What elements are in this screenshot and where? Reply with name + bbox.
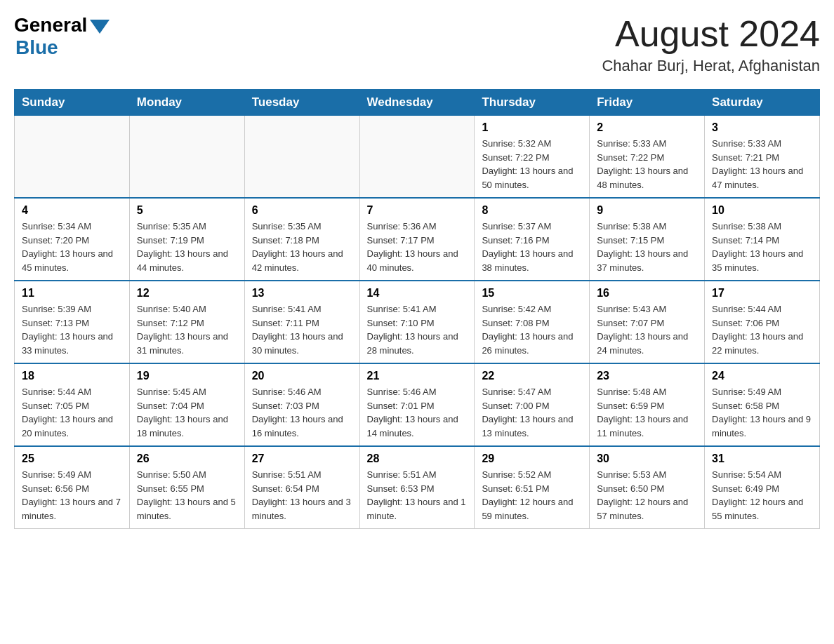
calendar-table: SundayMondayTuesdayWednesdayThursdayFrid… (14, 89, 820, 529)
title-section: August 2024 Chahar Burj, Herat, Afghanis… (602, 14, 820, 75)
calendar-day-cell: 8Sunrise: 5:37 AMSunset: 7:16 PMDaylight… (475, 198, 590, 281)
calendar-day-cell: 2Sunrise: 5:33 AMSunset: 7:22 PMDaylight… (590, 116, 705, 199)
day-info: Sunrise: 5:50 AMSunset: 6:55 PMDaylight:… (137, 468, 237, 523)
calendar-week-row: 11Sunrise: 5:39 AMSunset: 7:13 PMDayligh… (15, 281, 820, 363)
logo-general-text: General (14, 14, 87, 36)
calendar-day-cell: 28Sunrise: 5:51 AMSunset: 6:53 PMDayligh… (359, 446, 475, 529)
calendar-day-cell: 3Sunrise: 5:33 AMSunset: 7:21 PMDaylight… (705, 116, 820, 199)
location-subtitle: Chahar Burj, Herat, Afghanistan (602, 57, 820, 75)
day-number: 20 (252, 370, 352, 382)
day-info: Sunrise: 5:49 AMSunset: 6:56 PMDaylight:… (22, 468, 122, 523)
calendar-day-cell: 10Sunrise: 5:38 AMSunset: 7:14 PMDayligh… (705, 198, 820, 281)
calendar-header-row: SundayMondayTuesdayWednesdayThursdayFrid… (15, 90, 820, 116)
day-number: 2 (597, 121, 697, 134)
day-info: Sunrise: 5:44 AMSunset: 7:05 PMDaylight:… (22, 385, 122, 440)
calendar-day-cell: 5Sunrise: 5:35 AMSunset: 7:19 PMDaylight… (129, 198, 244, 281)
logo-blue-text: Blue (15, 36, 58, 59)
day-number: 17 (712, 287, 812, 300)
day-number: 26 (137, 452, 237, 465)
day-number: 23 (597, 370, 697, 382)
day-info: Sunrise: 5:45 AMSunset: 7:04 PMDaylight:… (137, 385, 237, 440)
logo-arrow-icon (90, 20, 110, 34)
calendar-day-cell: 26Sunrise: 5:50 AMSunset: 6:55 PMDayligh… (129, 446, 244, 529)
calendar-day-cell: 27Sunrise: 5:51 AMSunset: 6:54 PMDayligh… (244, 446, 359, 529)
day-number: 4 (22, 204, 122, 217)
calendar-day-cell: 13Sunrise: 5:41 AMSunset: 7:11 PMDayligh… (244, 281, 359, 363)
calendar-day-header: Friday (590, 90, 705, 116)
day-number: 15 (482, 287, 582, 300)
day-info: Sunrise: 5:51 AMSunset: 6:53 PMDaylight:… (367, 468, 468, 523)
calendar-day-cell: 22Sunrise: 5:47 AMSunset: 7:00 PMDayligh… (475, 363, 590, 446)
day-number: 12 (137, 287, 237, 300)
day-number: 22 (482, 370, 582, 382)
calendar-day-cell: 9Sunrise: 5:38 AMSunset: 7:15 PMDaylight… (590, 198, 705, 281)
day-number: 13 (252, 287, 352, 300)
calendar-day-cell: 7Sunrise: 5:36 AMSunset: 7:17 PMDaylight… (359, 198, 475, 281)
day-number: 8 (482, 204, 582, 217)
day-info: Sunrise: 5:49 AMSunset: 6:58 PMDaylight:… (712, 385, 812, 440)
day-number: 28 (367, 452, 468, 465)
day-number: 19 (137, 370, 237, 382)
day-number: 25 (22, 452, 122, 465)
day-info: Sunrise: 5:38 AMSunset: 7:15 PMDaylight:… (597, 220, 697, 274)
calendar-day-header: Tuesday (244, 90, 359, 116)
day-info: Sunrise: 5:42 AMSunset: 7:08 PMDaylight:… (482, 302, 582, 357)
day-number: 1 (482, 121, 582, 134)
calendar-week-row: 4Sunrise: 5:34 AMSunset: 7:20 PMDaylight… (15, 198, 820, 281)
calendar-day-cell (129, 116, 244, 199)
calendar-day-cell: 14Sunrise: 5:41 AMSunset: 7:10 PMDayligh… (359, 281, 475, 363)
calendar-day-cell: 4Sunrise: 5:34 AMSunset: 7:20 PMDaylight… (15, 198, 130, 281)
day-info: Sunrise: 5:37 AMSunset: 7:16 PMDaylight:… (482, 220, 582, 274)
calendar-day-cell: 20Sunrise: 5:46 AMSunset: 7:03 PMDayligh… (244, 363, 359, 446)
day-info: Sunrise: 5:44 AMSunset: 7:06 PMDaylight:… (712, 302, 812, 357)
calendar-day-cell (359, 116, 475, 199)
calendar-day-cell: 30Sunrise: 5:53 AMSunset: 6:50 PMDayligh… (590, 446, 705, 529)
day-info: Sunrise: 5:38 AMSunset: 7:14 PMDaylight:… (712, 220, 812, 274)
calendar-day-cell: 15Sunrise: 5:42 AMSunset: 7:08 PMDayligh… (475, 281, 590, 363)
calendar-day-header: Saturday (705, 90, 820, 116)
calendar-day-cell: 17Sunrise: 5:44 AMSunset: 7:06 PMDayligh… (705, 281, 820, 363)
day-number: 6 (252, 204, 352, 217)
day-info: Sunrise: 5:47 AMSunset: 7:00 PMDaylight:… (482, 385, 582, 440)
day-number: 30 (597, 452, 697, 465)
day-number: 18 (22, 370, 122, 382)
calendar-day-cell: 12Sunrise: 5:40 AMSunset: 7:12 PMDayligh… (129, 281, 244, 363)
day-info: Sunrise: 5:35 AMSunset: 7:19 PMDaylight:… (137, 220, 237, 274)
day-number: 27 (252, 452, 352, 465)
calendar-day-cell: 24Sunrise: 5:49 AMSunset: 6:58 PMDayligh… (705, 363, 820, 446)
day-number: 31 (712, 452, 812, 465)
calendar-day-cell (244, 116, 359, 199)
day-number: 24 (712, 370, 812, 382)
day-info: Sunrise: 5:40 AMSunset: 7:12 PMDaylight:… (137, 302, 237, 357)
calendar-day-cell: 19Sunrise: 5:45 AMSunset: 7:04 PMDayligh… (129, 363, 244, 446)
calendar-day-header: Wednesday (359, 90, 475, 116)
day-number: 16 (597, 287, 697, 300)
day-number: 7 (367, 204, 468, 217)
day-number: 10 (712, 204, 812, 217)
month-year-title: August 2024 (602, 14, 820, 54)
day-number: 11 (22, 287, 122, 300)
calendar-day-header: Monday (129, 90, 244, 116)
day-info: Sunrise: 5:46 AMSunset: 7:03 PMDaylight:… (252, 385, 352, 440)
calendar-week-row: 18Sunrise: 5:44 AMSunset: 7:05 PMDayligh… (15, 363, 820, 446)
day-info: Sunrise: 5:32 AMSunset: 7:22 PMDaylight:… (482, 137, 582, 192)
calendar-day-cell: 21Sunrise: 5:46 AMSunset: 7:01 PMDayligh… (359, 363, 475, 446)
day-info: Sunrise: 5:41 AMSunset: 7:10 PMDaylight:… (367, 302, 468, 357)
day-info: Sunrise: 5:48 AMSunset: 6:59 PMDaylight:… (597, 385, 697, 440)
calendar-week-row: 1Sunrise: 5:32 AMSunset: 7:22 PMDaylight… (15, 116, 820, 199)
day-info: Sunrise: 5:34 AMSunset: 7:20 PMDaylight:… (22, 220, 122, 274)
day-info: Sunrise: 5:35 AMSunset: 7:18 PMDaylight:… (252, 220, 352, 274)
day-number: 9 (597, 204, 697, 217)
calendar-day-header: Sunday (15, 90, 130, 116)
day-info: Sunrise: 5:41 AMSunset: 7:11 PMDaylight:… (252, 302, 352, 357)
day-info: Sunrise: 5:33 AMSunset: 7:22 PMDaylight:… (597, 137, 697, 192)
calendar-day-cell: 16Sunrise: 5:43 AMSunset: 7:07 PMDayligh… (590, 281, 705, 363)
day-info: Sunrise: 5:52 AMSunset: 6:51 PMDaylight:… (482, 468, 582, 523)
day-info: Sunrise: 5:39 AMSunset: 7:13 PMDaylight:… (22, 302, 122, 357)
day-info: Sunrise: 5:43 AMSunset: 7:07 PMDaylight:… (597, 302, 697, 357)
calendar-day-cell: 29Sunrise: 5:52 AMSunset: 6:51 PMDayligh… (475, 446, 590, 529)
day-info: Sunrise: 5:54 AMSunset: 6:49 PMDaylight:… (712, 468, 812, 523)
day-number: 5 (137, 204, 237, 217)
logo: General Blue (14, 14, 110, 59)
calendar-day-cell: 25Sunrise: 5:49 AMSunset: 6:56 PMDayligh… (15, 446, 130, 529)
